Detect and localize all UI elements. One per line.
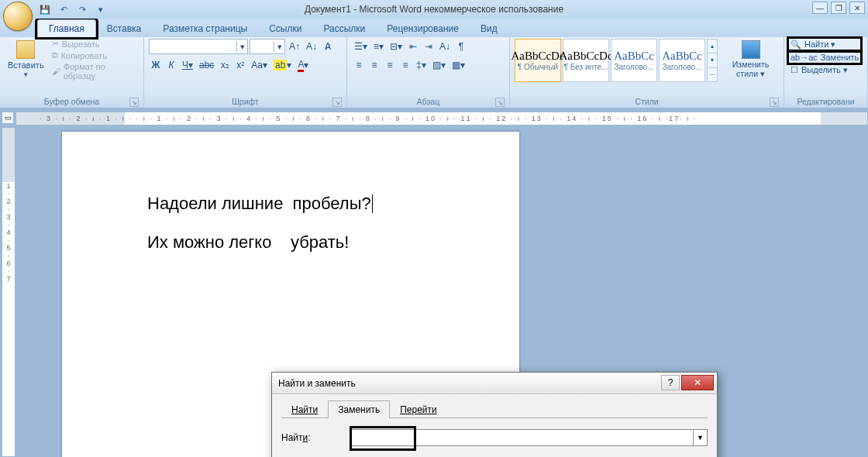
show-marks-button[interactable]: ¶ <box>454 39 468 54</box>
clipboard-launcher-icon[interactable]: ↘ <box>129 98 139 107</box>
styles-scroll[interactable]: ▴▾⋯ <box>707 39 718 82</box>
maximize-button[interactable]: ❐ <box>831 2 846 14</box>
minimize-button[interactable]: — <box>812 2 828 14</box>
group-editing-label: Редактировани <box>797 97 854 106</box>
style-heading1[interactable]: AaBbCcЗаголово... <box>611 39 657 82</box>
find-input-box: ▼ <box>351 429 708 446</box>
close-button[interactable]: ✕ <box>849 2 865 14</box>
find-input[interactable] <box>352 430 693 445</box>
dialog-tab-goto[interactable]: Перейти <box>390 400 447 418</box>
group-font: ▾ ▾ A↑ A↓ A̷ Ж К Ч▾ abc x₂ x² Aa▾ ab▾ A▾… <box>144 37 347 108</box>
view-ruler-toggle[interactable]: ▭ <box>2 112 14 124</box>
select-button[interactable]: ☐ Выделить ▾ <box>789 64 860 76</box>
save-icon[interactable]: 💾 <box>37 2 53 17</box>
bullets-button[interactable]: ☰▾ <box>352 39 370 54</box>
copy-button[interactable]: ⧉ Копировать <box>52 50 139 60</box>
find-button[interactable]: 🔍 Найти ▾ <box>789 39 860 50</box>
multilevel-button[interactable]: ⊟▾ <box>388 39 405 54</box>
dialog-help-button[interactable]: ? <box>661 375 680 390</box>
style-no-spacing[interactable]: AaBbCcDc¶ Без инте... <box>563 39 609 82</box>
numbering-button[interactable]: ≡▾ <box>371 39 386 54</box>
dialog-titlebar[interactable]: Найти и заменить ? ✕ <box>272 373 717 394</box>
align-center-button[interactable]: ≡ <box>367 57 381 73</box>
italic-button[interactable]: К <box>164 57 178 73</box>
strike-button[interactable]: abc <box>197 57 216 73</box>
group-paragraph-label: Абзац <box>417 97 439 106</box>
paste-icon <box>16 40 35 59</box>
shading-button[interactable]: ▨▾ <box>430 57 448 73</box>
dialog-tab-replace[interactable]: Заменить <box>328 400 390 418</box>
replace-button[interactable]: ab→ac Заменить <box>789 52 860 63</box>
cut-button[interactable]: ✂ Вырезать <box>52 39 139 49</box>
font-color-button[interactable]: A▾ <box>295 57 311 73</box>
group-font-label: Шрифт <box>232 97 259 106</box>
highlight-button[interactable]: ab▾ <box>271 57 294 73</box>
indent-increase-button[interactable]: ⇥ <box>422 39 436 54</box>
title-bar: 💾 ↶ ↷ ▾ Документ1 - Microsoft Word неком… <box>0 0 868 19</box>
vertical-ruler[interactable]: 1· 2· 3· 4· 5· 6· 7 <box>2 127 16 457</box>
find-replace-dialog: Найти и заменить ? ✕ Найти Заменить Пере… <box>271 372 718 457</box>
tab-review[interactable]: Рецензирование <box>376 20 470 37</box>
tab-home[interactable]: Главная <box>37 19 96 37</box>
change-styles-label: Изменить стили ▾ <box>725 60 776 78</box>
sort-button[interactable]: A↓ <box>437 39 453 54</box>
align-right-button[interactable]: ≡ <box>383 57 397 73</box>
grow-font-button[interactable]: A↑ <box>287 39 302 54</box>
tab-insert[interactable]: Вставка <box>96 20 153 37</box>
font-launcher-icon[interactable]: ↘ <box>332 98 342 107</box>
align-left-button[interactable]: ≡ <box>352 57 366 73</box>
office-button[interactable] <box>3 2 33 31</box>
doc-line2: Их можно легко убрать! <box>147 232 434 253</box>
change-styles-icon <box>742 40 760 59</box>
clear-formatting-button[interactable]: A̷ <box>321 39 335 54</box>
shrink-font-button[interactable]: A↓ <box>304 39 319 54</box>
bold-button[interactable]: Ж <box>149 57 163 73</box>
dialog-close-button[interactable]: ✕ <box>681 375 714 390</box>
justify-button[interactable]: ≡ <box>398 57 412 73</box>
tab-layout[interactable]: Разметка страницы <box>152 20 258 37</box>
format-painter-button[interactable]: 🖌 Формат по образцу <box>52 62 139 81</box>
window-title: Документ1 - Microsoft Word некоммерческо… <box>305 4 563 15</box>
paragraph-launcher-icon[interactable]: ↘ <box>495 98 505 107</box>
dialog-tab-find[interactable]: Найти <box>281 400 328 418</box>
undo-icon[interactable]: ↶ <box>56 2 71 17</box>
group-styles: AaBbCcDc¶ Обычный AaBbCcDc¶ Без инте... … <box>510 37 784 108</box>
group-styles-label: Стили <box>635 97 658 106</box>
group-clipboard-label: Буфер обмена <box>44 97 99 106</box>
find-dropdown-icon[interactable]: ▼ <box>693 430 707 445</box>
redo-icon[interactable]: ↷ <box>74 2 90 17</box>
tab-mailings[interactable]: Рассылки <box>312 20 376 37</box>
change-case-button[interactable]: Aa▾ <box>249 57 270 73</box>
style-normal[interactable]: AaBbCcDc¶ Обычный <box>515 39 561 82</box>
document-area: ▭ · 3 · ı · 2 · ı · 1 · ı · · ı · 1 · ı … <box>0 108 868 457</box>
paste-button[interactable]: Вставить ▼ <box>5 39 47 80</box>
doc-line1: Надоели лишние пробелы? <box>147 194 371 213</box>
dialog-title: Найти и заменить <box>278 378 356 389</box>
tab-references[interactable]: Ссылки <box>258 20 312 37</box>
styles-launcher-icon[interactable]: ↘ <box>770 98 779 107</box>
change-styles-button[interactable]: Изменить стили ▾ <box>722 39 779 80</box>
indent-decrease-button[interactable]: ⇤ <box>406 39 420 54</box>
quick-access-toolbar: 💾 ↶ ↷ ▾ <box>37 2 108 17</box>
group-editing: 🔍 Найти ▾ ab→ac Заменить ☐ Выделить ▾ Ре… <box>784 37 868 108</box>
group-paragraph: ☰▾ ≡▾ ⊟▾ ⇤ ⇥ A↓ ¶ ≡ ≡ ≡ ≡ ‡▾ ▨▾ ▦▾ Абзац… <box>347 37 510 108</box>
find-label: Найти: <box>281 432 351 443</box>
dialog-tabs: Найти Заменить Перейти <box>281 400 708 418</box>
paste-label: Вставить <box>8 60 44 70</box>
ribbon: Вставить ▼ ✂ Вырезать ⧉ Копировать 🖌 Фор… <box>0 37 868 108</box>
qat-customize-icon[interactable]: ▾ <box>93 2 108 17</box>
line-spacing-button[interactable]: ‡▾ <box>414 57 429 73</box>
style-heading2[interactable]: AaBbCcЗаголово... <box>659 39 705 82</box>
tab-view[interactable]: Вид <box>470 20 508 37</box>
font-family-combo[interactable]: ▾ <box>149 39 248 54</box>
horizontal-ruler[interactable]: · 3 · ı · 2 · ı · 1 · ı · · ı · 1 · ı · … <box>16 112 868 125</box>
subscript-button[interactable]: x₂ <box>218 57 232 73</box>
font-size-combo[interactable]: ▾ <box>250 39 285 54</box>
underline-button[interactable]: Ч▾ <box>180 57 195 73</box>
superscript-button[interactable]: x² <box>233 57 247 73</box>
text-cursor <box>372 194 373 213</box>
borders-button[interactable]: ▦▾ <box>450 57 467 73</box>
group-clipboard: Вставить ▼ ✂ Вырезать ⧉ Копировать 🖌 Фор… <box>0 37 144 108</box>
ribbon-tabs: Главная Вставка Разметка страницы Ссылки… <box>0 19 868 37</box>
